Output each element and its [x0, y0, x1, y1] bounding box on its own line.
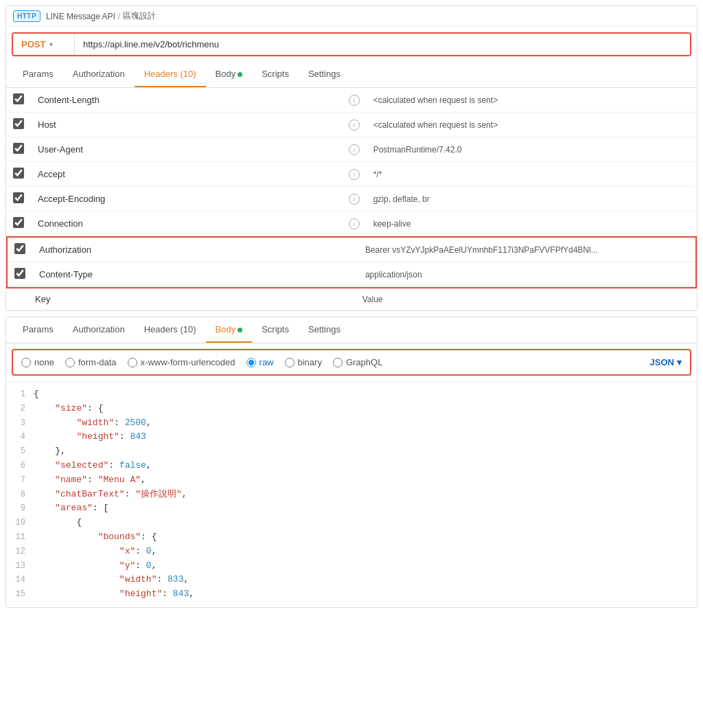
method-chevron-icon: ▾	[49, 41, 53, 48]
format-chevron-icon: ▾	[677, 357, 682, 367]
header-key-user-agent: User-Agent	[31, 137, 342, 162]
method-select[interactable]: POST ▾	[13, 34, 75, 55]
header-check-content-type[interactable]	[14, 268, 25, 279]
tab-bottom-params[interactable]: Params	[13, 317, 63, 343]
radio-form-data[interactable]: form-data	[65, 357, 117, 367]
tab-bottom-scripts[interactable]: Scripts	[252, 317, 299, 343]
bottom-tabs: Params Authorization Headers (10) Body S…	[6, 317, 697, 343]
header-value-user-agent: PostmanRuntime/7.42.0	[367, 137, 697, 162]
tab-bottom-settings[interactable]: Settings	[299, 317, 350, 343]
header-value-accept: */*	[367, 162, 697, 187]
header-row-connection: Connection i keep-alive	[6, 212, 697, 236]
header-check-content-length[interactable]	[13, 93, 24, 104]
header-key-content-length: Content-Length	[31, 88, 342, 113]
format-select[interactable]: JSON ▾	[650, 357, 682, 367]
header-check-authorization[interactable]	[14, 243, 25, 254]
header-value-content-type: application/json	[358, 262, 695, 287]
radio-none[interactable]: none	[21, 357, 54, 367]
request-bar: POST ▾	[12, 32, 691, 56]
tab-bottom-authorization[interactable]: Authorization	[63, 317, 135, 343]
header-key-authorization: Authorization	[32, 238, 342, 262]
key-placeholder: Key	[28, 288, 339, 310]
headers-empty-row: Key Value	[6, 288, 697, 310]
header-check-accept[interactable]	[13, 168, 24, 179]
breadcrumb-bar: HTTP LINE Message API / 區塊設計	[6, 6, 697, 27]
code-line-7: 7 "name": "Menu A",	[6, 473, 697, 488]
code-line-4: 4 "height": 843	[6, 430, 697, 444]
header-value-host: <calculated when request is sent>	[367, 113, 697, 137]
code-line-6: 6 "selected": false,	[6, 459, 697, 473]
code-line-5: 5 },	[6, 444, 697, 459]
tab-scripts[interactable]: Scripts	[252, 62, 299, 87]
header-row-content-type: Content-Type application/json	[8, 262, 695, 287]
breadcrumb-page: 區塊設計	[123, 10, 156, 22]
code-line-8: 8 "chatBarText": "操作說明",	[6, 488, 697, 502]
header-row-accept: Accept i */*	[6, 162, 697, 187]
header-value-content-length: <calculated when request is sent>	[367, 88, 697, 113]
tab-body[interactable]: Body	[206, 62, 253, 87]
format-select-label: JSON	[650, 357, 674, 367]
header-check-connection[interactable]	[13, 217, 24, 228]
header-row-content-length: Content-Length i <calculated when reques…	[6, 88, 697, 113]
tab-headers[interactable]: Headers (10)	[135, 62, 206, 87]
radio-x-www-form-urlencoded[interactable]: x-www-form-urlencoded	[128, 357, 235, 367]
radio-binary[interactable]: binary	[285, 357, 322, 367]
code-line-3: 3 "width": 2500,	[6, 416, 697, 431]
header-value-authorization: Bearer vsYZvYJpkPaAEelUYmnhbF117i3NPaFVV…	[358, 238, 695, 262]
info-icon-connection: i	[349, 218, 360, 229]
breadcrumb-api: LINE Message API	[46, 12, 115, 21]
header-key-host: Host	[31, 113, 342, 137]
info-icon: i	[349, 95, 360, 106]
code-line-9: 9 "areas": [	[6, 501, 697, 516]
tab-settings[interactable]: Settings	[299, 62, 350, 87]
headers-table: Content-Length i <calculated when reques…	[6, 88, 697, 236]
radio-graphql[interactable]: GraphQL	[333, 357, 382, 367]
breadcrumb: LINE Message API / 區塊設計	[46, 10, 156, 22]
tab-bottom-headers[interactable]: Headers (10)	[135, 317, 206, 343]
info-icon-accept-encoding: i	[349, 194, 360, 205]
header-row-authorization: Authorization Bearer vsYZvYJpkPaAEelUYmn…	[8, 238, 695, 262]
header-value-accept-encoding: gzip, deflate, br	[367, 187, 697, 212]
header-check-accept-encoding[interactable]	[13, 192, 24, 203]
info-icon-accept: i	[349, 169, 360, 180]
header-check-host[interactable]	[13, 118, 24, 129]
header-row-host: Host i <calculated when request is sent>	[6, 113, 697, 137]
header-key-connection: Connection	[31, 212, 342, 236]
header-value-connection: keep-alive	[367, 212, 697, 236]
code-line-13: 13 "y": 0,	[6, 559, 697, 573]
highlighted-headers: Authorization Bearer vsYZvYJpkPaAEelUYmn…	[6, 236, 697, 288]
header-check-user-agent[interactable]	[13, 143, 24, 154]
tab-params[interactable]: Params	[13, 62, 63, 87]
header-row-accept-encoding: Accept-Encoding i gzip, deflate, br	[6, 187, 697, 212]
header-key-content-type: Content-Type	[32, 262, 342, 287]
info-icon-host: i	[349, 120, 360, 130]
method-label: POST	[21, 39, 45, 49]
tab-bottom-body[interactable]: Body	[206, 317, 253, 343]
code-line-12: 12 "x": 0,	[6, 545, 697, 559]
url-input[interactable]	[75, 34, 690, 55]
breadcrumb-sep: /	[118, 12, 120, 21]
code-line-11: 11 "bounds": {	[6, 530, 697, 545]
header-key-accept: Accept	[31, 162, 342, 187]
code-line-14: 14 "width": 833,	[6, 573, 697, 587]
radio-raw[interactable]: raw	[246, 357, 274, 367]
code-line-10: 10 {	[6, 516, 697, 530]
http-badge: HTTP	[13, 10, 41, 22]
code-line-1: 1 {	[6, 387, 697, 402]
code-line-15: 15 "height": 843,	[6, 587, 697, 602]
body-options: none form-data x-www-form-urlencoded raw…	[12, 349, 691, 376]
code-line-2: 2 "size": {	[6, 402, 697, 416]
header-key-accept-encoding: Accept-Encoding	[31, 187, 342, 212]
tab-authorization[interactable]: Authorization	[63, 62, 135, 87]
code-editor: 1 { 2 "size": { 3 "width": 2500, 4 "heig…	[6, 381, 697, 607]
header-row-user-agent: User-Agent i PostmanRuntime/7.42.0	[6, 137, 697, 162]
top-tabs: Params Authorization Headers (10) Body S…	[6, 62, 697, 88]
value-placeholder: Value	[356, 288, 697, 310]
info-icon-user-agent: i	[349, 144, 360, 155]
